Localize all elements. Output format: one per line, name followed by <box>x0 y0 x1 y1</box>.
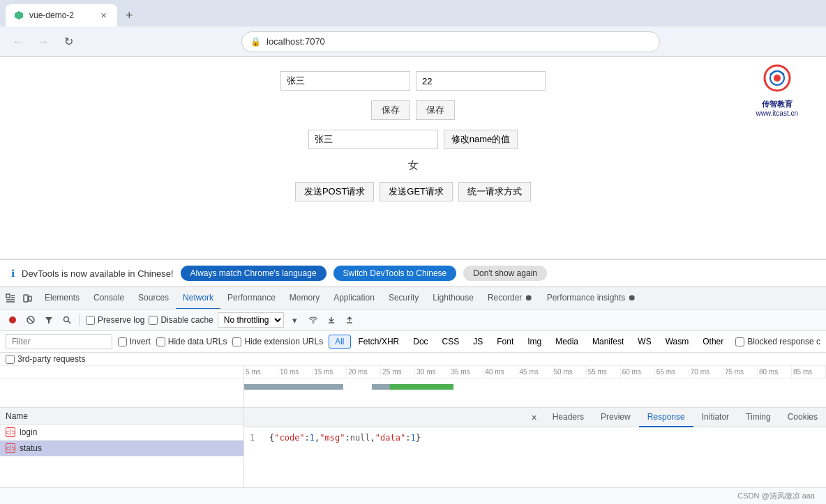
logo-area: 传智教育 www.itcast.cn <box>756 64 798 117</box>
filter-bar: Invert Hide data URLs Hide extension URL… <box>0 331 826 353</box>
filter-js-button[interactable]: JS <box>467 335 489 349</box>
request-icon: </> <box>6 427 15 437</box>
tick-30ms: 30 ms <box>415 366 449 378</box>
blocked-response-checkbox[interactable]: Blocked response c <box>735 337 820 346</box>
switch-to-chinese-button[interactable]: Switch DevTools to Chinese <box>333 266 457 281</box>
record-button[interactable] <box>6 313 20 327</box>
tick-60ms: 60 ms <box>621 366 655 378</box>
request-name: login <box>20 427 37 437</box>
devtools-tab-application[interactable]: Application <box>326 287 382 310</box>
filter-media-button[interactable]: Media <box>549 335 585 349</box>
import-button[interactable] <box>324 313 338 327</box>
devtools-tab-sources[interactable]: Sources <box>131 287 176 310</box>
forward-button[interactable]: → <box>33 32 53 52</box>
filter-fetch-xhr-button[interactable]: Fetch/XHR <box>352 335 406 349</box>
timeline-area: 5 ms 10 ms 15 ms 20 ms 25 ms 30 ms 35 ms… <box>0 366 826 408</box>
tick-10ms: 10 ms <box>278 366 313 378</box>
detail-tab-preview[interactable]: Preview <box>592 408 639 427</box>
save-button-1[interactable]: 保存 <box>371 100 410 120</box>
always-match-language-button[interactable]: Always match Chrome's language <box>181 266 326 281</box>
back-button[interactable]: ← <box>8 32 28 52</box>
timeline-bars <box>244 379 826 408</box>
filter-other-button[interactable]: Other <box>696 335 730 349</box>
detail-tab-timing[interactable]: Timing <box>737 408 779 427</box>
tick-45ms: 45 ms <box>518 366 553 378</box>
filter-input[interactable] <box>6 334 112 349</box>
response-content: 1 {"code":1,"msg":null,"data":1} <box>244 427 826 487</box>
tab-favicon <box>14 10 24 20</box>
tab-bar: vue-demo-2 ✕ + <box>0 0 826 26</box>
svg-line-13 <box>29 318 33 322</box>
new-tab-button[interactable]: + <box>120 4 139 26</box>
detail-tab-headers[interactable]: Headers <box>544 408 592 427</box>
logo-image: 传智教育 www.itcast.cn <box>756 64 798 117</box>
browser-tab[interactable]: vue-demo-2 ✕ <box>6 4 117 26</box>
age-input[interactable] <box>416 71 546 91</box>
wifi-icon[interactable] <box>306 313 320 327</box>
tick-55ms: 55 ms <box>587 366 621 378</box>
waterfall-bar-status-green <box>390 384 454 390</box>
filter-doc-button[interactable]: Doc <box>407 335 434 349</box>
network-main: Name </> login </> status <box>0 408 826 487</box>
devtools-tab-network[interactable]: Network <box>176 287 220 310</box>
third-party-checkbox[interactable]: 3rd-party requests <box>6 354 820 364</box>
list-item[interactable]: </> login <box>0 425 243 441</box>
post-request-button[interactable]: 发送POST请求 <box>295 182 374 201</box>
detail-close-button[interactable]: × <box>527 411 541 425</box>
page-content: 传智教育 www.itcast.cn 保存 保存 修改name的值 女 <box>0 57 826 487</box>
tick-70ms: 70 ms <box>689 366 723 378</box>
detail-tab-cookies[interactable]: Cookies <box>779 408 826 427</box>
tick-65ms: 65 ms <box>655 366 689 378</box>
devtools-tab-elements[interactable]: Elements <box>38 287 87 310</box>
refresh-button[interactable]: ↻ <box>59 32 78 52</box>
list-item[interactable]: </> status <box>0 441 243 457</box>
name-modify-input[interactable] <box>308 130 438 149</box>
modify-name-button[interactable]: 修改name的值 <box>444 130 518 149</box>
notice-text: DevTools is now available in Chinese! <box>22 268 174 279</box>
hide-data-urls-checkbox[interactable]: Hide data URLs <box>156 337 227 346</box>
clear-button[interactable] <box>24 313 38 327</box>
throttling-select[interactable]: No throttling <box>218 312 284 328</box>
tick-20ms: 20 ms <box>347 366 381 378</box>
search-button[interactable] <box>60 313 74 327</box>
unified-request-button[interactable]: 统一请求方式 <box>458 182 531 201</box>
json-val-msg: null <box>350 433 370 443</box>
inspect-element-icon[interactable] <box>3 291 18 306</box>
devtools-tab-memory[interactable]: Memory <box>283 287 326 310</box>
hide-extension-urls-checkbox[interactable]: Hide extension URLs <box>232 337 323 346</box>
json-line: 1 {"code":1,"msg":null,"data":1} <box>250 433 820 443</box>
invert-checkbox[interactable]: Invert <box>118 337 151 346</box>
devtools-tab-recorder[interactable]: Recorder ⏺ <box>481 287 540 310</box>
devtools-tab-performance[interactable]: Performance <box>220 287 283 310</box>
tab-close-button[interactable]: ✕ <box>98 10 109 21</box>
devtools-tab-console[interactable]: Console <box>87 287 131 310</box>
devtools-tab-performance-insights[interactable]: Performance insights ⏺ <box>540 287 643 310</box>
export-button[interactable] <box>343 313 356 327</box>
json-key-data: "data" <box>375 433 405 443</box>
device-toolbar-icon[interactable] <box>20 291 35 306</box>
save-button-2[interactable]: 保存 <box>416 100 455 120</box>
filter-font-button[interactable]: Font <box>490 335 520 349</box>
filter-manifest-button[interactable]: Manifest <box>586 335 630 349</box>
devtools-tab-lighthouse[interactable]: Lighthouse <box>426 287 481 310</box>
url-bar[interactable]: 🔒 localhost:7070 <box>241 31 660 52</box>
throttling-dropdown-icon[interactable]: ▾ <box>288 313 302 327</box>
gender-display: 女 <box>408 159 419 172</box>
filter-img-button[interactable]: Img <box>521 335 548 349</box>
filter-all-button[interactable]: All <box>329 335 350 349</box>
preserve-log-checkbox[interactable]: Preserve log <box>86 315 144 325</box>
requests-panel: Name </> login </> status <box>0 408 244 487</box>
dont-show-again-button[interactable]: Don't show again <box>463 266 547 281</box>
devtools-tab-security[interactable]: Security <box>382 287 426 310</box>
filter-icon[interactable] <box>42 313 56 327</box>
get-request-button[interactable]: 发送GET请求 <box>380 182 453 201</box>
name-input[interactable] <box>280 71 410 91</box>
filter-css-button[interactable]: CSS <box>436 335 466 349</box>
timeline-name-col <box>0 379 244 408</box>
detail-tab-response[interactable]: Response <box>639 408 693 427</box>
detail-tab-initiator[interactable]: Initiator <box>693 408 737 427</box>
filter-wasm-button[interactable]: Wasm <box>659 335 696 349</box>
filter-ws-button[interactable]: WS <box>631 335 657 349</box>
disable-cache-checkbox[interactable]: Disable cache <box>149 315 213 325</box>
requests-list: </> login </> status <box>0 425 243 487</box>
